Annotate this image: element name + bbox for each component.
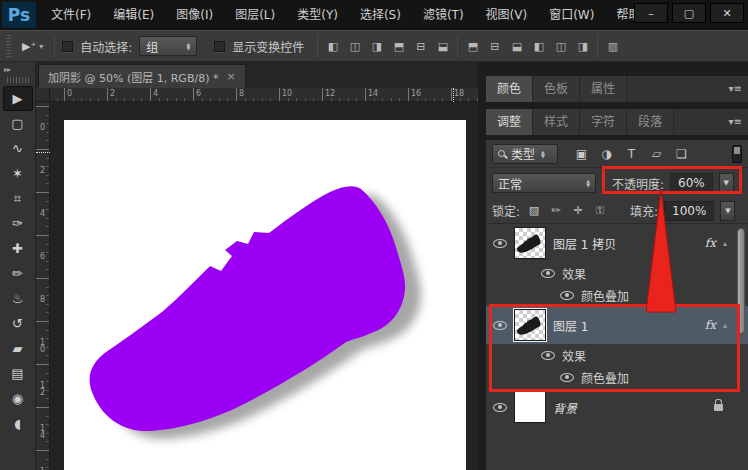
visibility-eye-icon[interactable] [560,373,574,382]
clone-stamp-tool[interactable]: ♨ [3,286,33,311]
lock-image-pixels-icon[interactable]: ✏ [548,204,564,217]
layer-row-selected[interactable]: 图层 1 fx ▴ [486,306,748,344]
menu-image[interactable]: 图像(I) [165,0,224,30]
layer-thumbnail[interactable] [514,309,546,341]
filter-type-layers-icon[interactable]: T [622,147,641,161]
minimize-icon[interactable]: – [634,3,668,23]
distribute-top-icon[interactable]: ⬒ [465,39,480,53]
gradient-tool[interactable]: ▤ [3,361,33,386]
effects-row[interactable]: 效果 [486,262,748,284]
align-right-edges-icon[interactable]: ◨ [369,39,384,53]
show-transform-checkbox[interactable] [214,41,225,52]
color-overlay-row[interactable]: 颜色叠加 [486,366,748,388]
horizontal-ruler[interactable]: 0 2 4 6 8 10 12 14 16 18 20 [50,88,478,102]
distribute-right-icon[interactable]: ◨ [575,39,590,53]
layer-row-background[interactable]: 背景 [486,388,748,426]
tab-paragraph[interactable]: 段落 [627,109,674,135]
fx-badge[interactable]: fx [705,318,716,332]
tools-grip[interactable] [7,77,29,83]
lock-position-icon[interactable]: ✛ [570,204,586,217]
blend-mode-dropdown[interactable]: 正常 ▲▼ [492,173,596,193]
distribute-v-centers-icon[interactable]: ⊟ [487,39,502,53]
lock-all-icon[interactable]: ⚿ [592,204,608,217]
lasso-tool[interactable]: ∿ [3,136,33,161]
panel-menu-icon[interactable]: ▾≡ [729,83,742,94]
lock-transparent-pixels-icon[interactable]: ▨ [526,204,542,217]
color-overlay-row[interactable]: 颜色叠加 [486,284,748,306]
distribute-bottom-icon[interactable]: ⬓ [509,39,524,53]
filter-adjustment-layers-icon[interactable]: ◑ [597,147,616,161]
opacity-input[interactable]: 60% [670,173,713,193]
fill-input[interactable]: 100% [664,201,714,221]
tab-styles[interactable]: 样式 [533,109,580,135]
menu-select[interactable]: 选择(S) [349,0,412,30]
menu-type[interactable]: 类型(Y) [286,0,349,30]
collapse-effects-icon[interactable]: ▴ [723,321,727,330]
visibility-eye-icon[interactable] [541,351,555,360]
visibility-eye-icon[interactable] [493,321,507,330]
document-canvas[interactable] [64,120,466,470]
collapse-tools-icon[interactable]: ▸▸ [0,62,10,75]
document-tab[interactable]: 加阴影 @ 50% (图层 1, RGB/8) * × [38,64,246,88]
filter-shape-layers-icon[interactable]: ▱ [647,147,666,161]
auto-select-target-dropdown[interactable]: 组 ▲▼ [139,36,197,56]
tab-close-icon[interactable]: × [226,70,235,83]
filter-smart-objects-icon[interactable]: ❏ [672,147,691,161]
crop-tool[interactable]: ⌗ [3,186,33,211]
options-grip[interactable] [6,35,11,57]
visibility-eye-icon[interactable] [493,239,507,248]
magic-wand-tool[interactable]: ✶ [3,161,33,186]
distribute-h-centers-icon[interactable]: ◫ [553,39,568,53]
fx-badge[interactable]: fx [705,236,716,250]
layers-scrollbar[interactable] [737,228,745,334]
tab-adjustments[interactable]: 调整 [486,109,533,135]
close-icon[interactable]: ✕ [710,3,744,23]
layer-row-copy[interactable]: 图层 1 拷贝 fx ▴ [486,224,748,262]
layer-thumbnail[interactable] [514,391,546,423]
blur-tool[interactable]: ◉ [3,386,33,411]
distribute-spacing-icon[interactable]: ▥ [605,39,620,53]
menu-file[interactable]: 文件(F) [40,0,102,30]
move-tool[interactable]: ▶ [3,86,33,111]
effects-row[interactable]: 效果 [486,344,748,366]
tab-properties[interactable]: 属性 [580,76,627,102]
ruler-corner[interactable] [36,88,50,102]
brush-tool[interactable]: ✏ [3,261,33,286]
tab-character[interactable]: 字符 [580,109,627,135]
filter-type-dropdown[interactable]: 类型 ▲▼ [492,144,558,164]
align-h-centers-icon[interactable]: ◫ [347,39,362,53]
history-brush-tool[interactable]: ↺ [3,311,33,336]
dodge-tool[interactable]: ◖ [3,411,33,436]
layer-thumbnail[interactable] [514,227,546,259]
filter-pixel-layers-icon[interactable]: ▣ [572,147,591,161]
spot-healing-brush-tool[interactable]: ✚ [3,236,33,261]
vertical-ruler[interactable]: 0 2 4 6 8 10 12 14 16 [36,102,50,470]
fill-dropdown-icon[interactable]: ▼ [720,201,735,221]
align-v-centers-icon[interactable]: ⊟ [413,39,428,53]
menu-layer[interactable]: 图层(L) [224,0,286,30]
eraser-tool[interactable]: ▰ [3,336,33,361]
collapse-effects-icon[interactable]: ▴ [723,239,727,248]
align-top-edges-icon[interactable]: ⬒ [391,39,406,53]
eyedropper-tool[interactable]: ✑ [3,211,33,236]
maximize-icon[interactable]: ▢ [672,3,706,23]
menu-window[interactable]: 窗口(W) [538,0,605,30]
visibility-eye-icon[interactable] [541,269,555,278]
auto-select-checkbox[interactable] [62,41,73,52]
rectangular-marquee-tool[interactable]: ▢ [3,111,33,136]
current-tool-indicator[interactable]: ▶⁺ ▾ [18,38,47,55]
filter-toggle-switch[interactable] [732,145,742,163]
menu-filter[interactable]: 滤镜(T) [412,0,475,30]
distribute-left-icon[interactable]: ◧ [531,39,546,53]
visibility-eye-icon[interactable] [560,291,574,300]
menu-view[interactable]: 视图(V) [475,0,539,30]
panel-menu-icon[interactable]: ▾≡ [729,116,742,127]
tab-swatches[interactable]: 色板 [533,76,580,102]
visibility-eye-icon[interactable] [493,403,507,412]
menu-edit[interactable]: 编辑(E) [102,0,165,30]
search-icon [498,150,505,157]
opacity-dropdown-icon[interactable]: ▼ [719,173,734,193]
tab-color[interactable]: 颜色 [486,76,533,102]
align-bottom-edges-icon[interactable]: ⬓ [435,39,450,53]
align-left-edges-icon[interactable]: ◧ [325,39,340,53]
